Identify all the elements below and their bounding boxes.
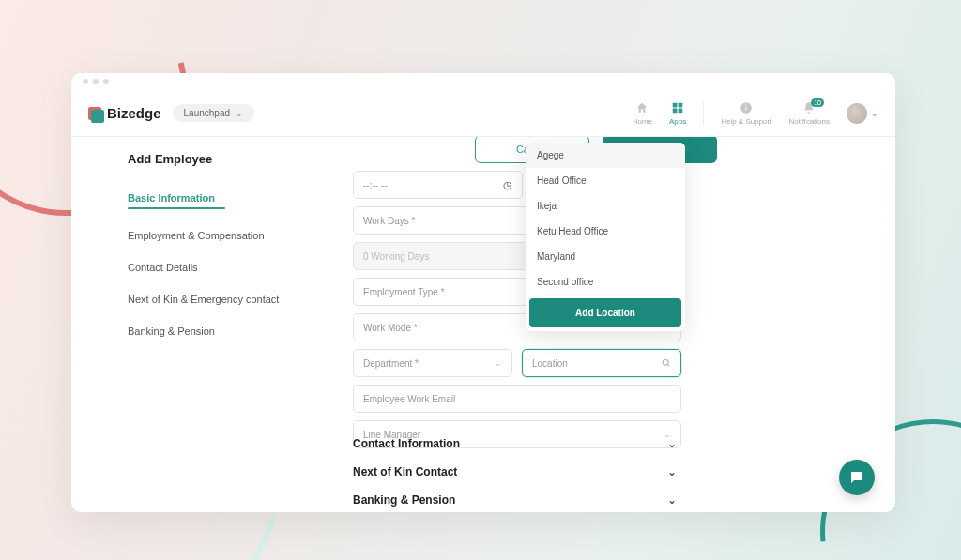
add-location-button[interactable]: Add Location [529,298,681,327]
sidebar-item-label: Contact Details [128,262,198,273]
section-banking[interactable]: Banking & Pension ⌄ [353,493,695,507]
field-value: --:-- -- [363,180,388,190]
app-window: Bizedge Launchpad ⌄ Home Apps [71,73,895,512]
brand-logo-icon [88,107,101,120]
info-icon: i [740,101,753,114]
nav-label: Help & Support [721,117,771,126]
department-field[interactable]: Department * ⌄ [353,349,512,377]
page-title: Add Employee [128,152,338,166]
window-titlebar [71,73,895,90]
section-title: Contact Information [353,437,460,450]
window-dot [103,79,109,84]
svg-point-6 [663,359,668,365]
chevron-down-icon: ⌄ [667,493,677,507]
sidebar-item-label: Basic Information [128,192,215,204]
option-label: Agege [537,150,564,160]
section-title: Next of Kin Contact [353,465,457,478]
section-next-of-kin[interactable]: Next of Kin Contact ⌄ [353,465,695,478]
work-email-field[interactable]: Employee Work Email [353,385,681,413]
nav-help[interactable]: i Help & Support [721,101,771,126]
launchpad-button[interactable]: Launchpad ⌄ [173,104,255,122]
home-icon [635,101,648,114]
location-dropdown: Agege Head Office Ikeja Ketu Head Office… [526,143,685,331]
button-label: Add Location [575,308,635,318]
dropdown-option[interactable]: Head Office [526,168,685,193]
dropdown-option[interactable]: Agege [526,143,685,168]
dropdown-option[interactable]: Ikeja [526,193,685,219]
topbar: Bizedge Launchpad ⌄ Home Apps [71,90,895,137]
profile-menu[interactable]: ⌄ [847,103,878,124]
content-area: Add Employee Basic Information Employmen… [71,137,895,512]
chat-icon [848,469,865,486]
field-label: Work Days * [363,216,415,226]
nav-notifications[interactable]: 10 Notifications [788,101,830,126]
active-underline [128,207,225,209]
chevron-down-icon: ⌄ [667,465,677,478]
chevron-down-icon: ⌄ [236,109,243,118]
svg-text:i: i [745,103,747,112]
svg-rect-9 [853,477,858,477]
sidebar-item-nok[interactable]: Next of Kin & Emergency contact [128,294,338,305]
chevron-down-icon: ⌄ [495,358,502,368]
nav-label: Notifications [788,117,830,126]
notification-badge: 10 [811,98,824,107]
window-dot [93,79,99,84]
field-value: 0 Working Days [363,251,429,262]
top-nav: Home Apps i Help & Support 10 Not [633,101,878,126]
launchpad-label: Launchpad [184,108,231,118]
sidebar: Add Employee Basic Information Employmen… [71,137,353,512]
nav-home[interactable]: Home [633,101,652,126]
svg-rect-0 [673,102,678,107]
section-contact-info[interactable]: Contact Information ⌄ [353,437,695,450]
collapsible-sections: Contact Information ⌄ Next of Kin Contac… [353,431,695,507]
sidebar-item-basic-info[interactable]: Basic Information [128,192,338,209]
section-title: Banking & Pension [353,493,455,507]
nav-label: Apps [669,117,686,126]
field-label: Work Mode * [363,323,418,333]
option-label: Maryland [537,251,575,262]
brand-name: Bizedge [107,105,161,121]
nav-separator [703,101,704,126]
form-area: Cancel Save --:-- -- ◷ Work Days * 0 Wor… [353,137,895,512]
brand[interactable]: Bizedge [88,105,161,121]
sidebar-item-banking[interactable]: Banking & Pension [128,325,338,337]
search-icon [662,358,671,368]
dropdown-option[interactable]: Second office [526,269,685,295]
sidebar-links: Basic Information Employment & Compensat… [128,192,338,337]
chevron-down-icon: ⌄ [667,437,677,450]
nav-apps[interactable]: Apps [669,101,686,126]
svg-rect-2 [673,108,678,113]
avatar [847,103,867,124]
option-label: Ketu Head Office [537,226,608,236]
field-label: Department * [363,358,419,369]
location-field[interactable]: Location [522,349,681,377]
dropdown-option[interactable]: Maryland [526,244,685,269]
clock-icon: ◷ [503,179,512,191]
sidebar-item-label: Employment & Compensation [128,230,265,241]
nav-label: Home [633,117,652,126]
time-field[interactable]: --:-- -- ◷ [353,171,523,199]
dropdown-option[interactable]: Ketu Head Office [526,219,685,244]
svg-rect-1 [679,102,683,107]
option-label: Second office [537,277,593,287]
sidebar-item-contact[interactable]: Contact Details [128,262,338,273]
sidebar-item-label: Banking & Pension [128,325,215,337]
chat-fab[interactable] [839,460,875,495]
apps-icon [671,101,684,114]
field-label: Employment Type * [363,287,445,297]
option-label: Ikeja [537,201,557,211]
svg-line-7 [667,364,669,366]
field-placeholder: Location [532,358,568,369]
sidebar-item-label: Next of Kin & Emergency contact [128,294,279,305]
option-label: Head Office [537,175,587,186]
field-label: Employee Work Email [363,394,455,404]
chevron-down-icon: ⌄ [871,109,878,118]
svg-rect-3 [679,108,683,113]
sidebar-item-employment[interactable]: Employment & Compensation [128,230,338,241]
window-dot [83,79,88,84]
svg-rect-8 [853,475,861,476]
